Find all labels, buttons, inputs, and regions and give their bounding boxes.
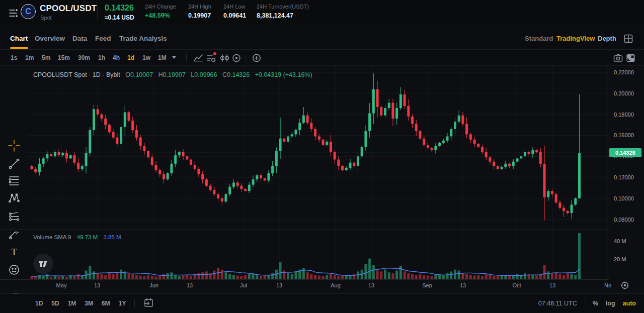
text-tool-icon[interactable]: T	[8, 246, 20, 260]
price-tick: 0.22000	[614, 69, 634, 75]
add-icon[interactable]	[252, 53, 262, 65]
range-6m[interactable]: 6M	[102, 300, 110, 307]
tab-feed[interactable]: Feed	[95, 35, 111, 42]
trend-line-icon[interactable]	[8, 158, 20, 172]
scale-log[interactable]: log	[606, 300, 615, 307]
interval-1M[interactable]: 1M	[158, 54, 167, 61]
interval-1w[interactable]: 1w	[142, 54, 150, 61]
chart-mode-standard[interactable]: Standard	[525, 35, 553, 42]
coin-logo: C	[21, 4, 36, 19]
divider	[97, 6, 98, 20]
volume-value: 49.73 M	[77, 234, 98, 240]
chart-mode-depth[interactable]: Depth	[598, 35, 616, 42]
interval-15m[interactable]: 15m	[58, 54, 70, 61]
chart-toolbar: 1s 1m 5m 15m 30m 1h 4h 1d 1w 1M	[0, 50, 644, 66]
dropdown-caret-icon[interactable]	[172, 56, 176, 59]
chart-mode-tradingview[interactable]: TradingView	[556, 35, 595, 42]
range-1d[interactable]: 1D	[35, 300, 43, 307]
tab-overview[interactable]: Overview	[35, 35, 65, 42]
high-value: 0.19907	[163, 71, 186, 78]
stat-24h-turnover: 24H Turnover(USDT) 8,381,124.47	[257, 4, 309, 19]
menu-icon[interactable]	[9, 9, 19, 19]
emoji-icon[interactable]	[8, 264, 20, 278]
stat-label: 24H High	[188, 4, 211, 10]
time-tick: 13	[460, 282, 466, 288]
current-price-label: 0.14326	[609, 148, 641, 157]
interval-4h[interactable]: 4h	[113, 54, 120, 61]
tab-bar: Chart Overview Data Feed Trade Analysis …	[0, 26, 644, 50]
brush-icon[interactable]	[8, 229, 20, 243]
utc-clock[interactable]: 07:46:11 UTC	[538, 300, 577, 307]
active-tab-underline	[10, 47, 28, 49]
open-label: O	[125, 71, 130, 78]
change-value: +0.04319 (+43.16%)	[255, 71, 312, 78]
divider	[585, 299, 585, 307]
interval-1m[interactable]: 1m	[25, 54, 34, 61]
divider	[186, 54, 187, 62]
volume-legend-title[interactable]: Volume SMA 9	[33, 234, 71, 240]
tab-trade-analysis[interactable]: Trade Analysis	[119, 35, 167, 42]
price-axis[interactable]: 0.220000.200000.180000.160000.140000.120…	[609, 66, 644, 291]
crosshair-icon[interactable]	[8, 140, 20, 154]
compare-icon[interactable]	[219, 53, 229, 65]
forecast-icon[interactable]	[8, 211, 20, 225]
interval-1h[interactable]: 1h	[98, 54, 105, 61]
fullscreen-icon[interactable]	[626, 53, 635, 65]
range-3m[interactable]: 3M	[85, 300, 93, 307]
stat-value: +48.59%	[145, 12, 176, 19]
fib-retracement-icon[interactable]	[8, 175, 20, 189]
scale-percent[interactable]: %	[593, 300, 598, 307]
indicators-icon[interactable]	[206, 53, 216, 65]
axis-settings-icon[interactable]	[620, 281, 629, 292]
volume-tick: 40 M	[614, 238, 626, 244]
interval-1s[interactable]: 1s	[11, 54, 17, 61]
svg-text:T: T	[11, 247, 17, 257]
time-axis[interactable]: May13Jun13Jul13Aug13Sep13Oct13No	[0, 280, 644, 293]
volume-legend: Volume SMA 9 49.73 M 3.85 M	[33, 234, 121, 240]
interval-5m[interactable]: 5m	[42, 54, 50, 61]
trading-app: C CPOOL/USDT Spot 0.14326 ≈0.14 USD 24H …	[0, 0, 644, 313]
stat-24h-change: 24H Change +48.59%	[145, 4, 176, 19]
alert-icon[interactable]	[231, 53, 242, 65]
time-tick: 13	[276, 282, 282, 288]
low-value: 0.09966	[194, 71, 217, 78]
notification-dot	[213, 52, 216, 55]
price-tick: 0.08000	[614, 217, 634, 223]
volume-tick: 20 M	[614, 256, 626, 262]
market-type: Spot	[40, 15, 52, 21]
last-price: 0.14326	[105, 4, 134, 13]
open-value: 0.10007	[130, 71, 153, 78]
symbol-pair[interactable]: CPOOL/USDT	[40, 4, 97, 14]
interval-1d[interactable]: 1d	[127, 54, 134, 61]
tab-chart[interactable]: Chart	[10, 35, 28, 42]
tab-data[interactable]: Data	[72, 35, 87, 42]
price-tick: 0.16000	[614, 132, 634, 138]
grid-layout-icon[interactable]	[624, 34, 633, 45]
close-value: 0.14326	[227, 71, 250, 78]
candlestick-chart[interactable]	[28, 66, 609, 279]
scale-auto[interactable]: auto	[623, 300, 636, 307]
bottom-bar: 1D 5D 1M 3M 6M 1Y 07:46:11 UTC % log aut…	[0, 293, 644, 313]
camera-icon[interactable]	[613, 53, 623, 65]
go-to-date-icon[interactable]	[143, 297, 153, 309]
header: C CPOOL/USDT Spot 0.14326 ≈0.14 USD 24H …	[0, 0, 644, 26]
pane-separator[interactable]	[0, 230, 644, 230]
stat-value: 8,381,124.47	[257, 12, 309, 19]
time-tick: Jun	[149, 282, 158, 288]
time-tick: 13	[94, 282, 100, 288]
high-label: H	[158, 71, 163, 78]
xabcd-pattern-icon[interactable]	[8, 192, 20, 206]
time-tick: 13	[187, 282, 193, 288]
range-1m[interactable]: 1M	[68, 300, 76, 307]
close-label: C	[222, 71, 227, 78]
legend-title[interactable]: CPOOLUSDT Spot · 1D · Bybit	[33, 71, 120, 78]
time-tick: Jul	[240, 282, 247, 288]
stat-label: 24H Change	[145, 4, 176, 10]
chart-style-icon[interactable]	[193, 53, 203, 65]
interval-30m[interactable]: 30m	[78, 54, 90, 61]
divider	[134, 299, 135, 307]
range-1y[interactable]: 1Y	[119, 300, 126, 307]
time-tick: 13	[549, 282, 555, 288]
stat-24h-low: 24H Low 0.09641	[223, 4, 246, 19]
range-5d[interactable]: 5D	[51, 300, 59, 307]
